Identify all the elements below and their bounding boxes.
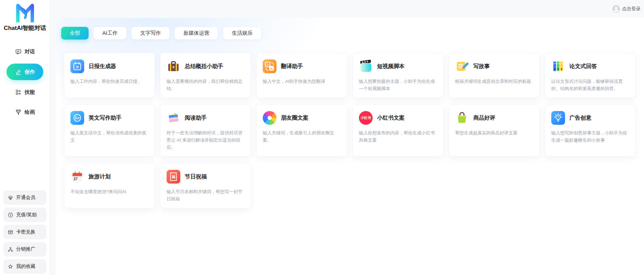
tool-card-商品好评[interactable]: 商品好评 帮您生成超真实的商品好评文案 <box>449 104 540 157</box>
note-pencil-icon <box>455 59 469 73</box>
card-description: 不知道去哪里旅游?来问问AI <box>70 188 148 195</box>
sidebar-item-label: 创作 <box>25 69 35 75</box>
tool-card-英文写作助手[interactable]: En 英文写作助手 输入英文或中文，帮你润色成优美的英文 <box>64 104 155 157</box>
tool-card-旅游计划[interactable]: 27 旅游计划 不知道去哪里旅游?来问问AI <box>64 163 155 208</box>
tool-card-节日祝福[interactable]: 福 节日祝福 输入节日名称和关键词，帮您写一封节日祝福 <box>160 163 251 208</box>
xiaohongshu-icon: 小红书 <box>359 111 373 125</box>
tab-label: 生活娱乐 <box>232 30 252 36</box>
sidebar-footer-favorites[interactable]: 我的收藏 <box>3 259 46 274</box>
sidebar-nav: 对话 创作 技能 绘画 <box>0 44 50 120</box>
translate-icon: 中 A <box>263 59 276 73</box>
sidebar-footer-vip[interactable]: 开通会员 <box>3 190 46 205</box>
svg-text:福: 福 <box>171 175 176 179</box>
tool-card-grid: 周 日报生成器 输入工作内容，帮你快速完成日报。 总结概括小助手 输入需要概括的… <box>64 53 636 208</box>
main-area: 点击登录 全部AI工作文字写作新媒体运营生活娱乐 周 日报生成器 输入工作内容，… <box>50 0 644 275</box>
tool-card-阅读助手[interactable]: 阅读助手 对于一些无法理解的对话，提供对话背景让 AI 来进行解读并制定出适当的… <box>160 104 251 157</box>
card-description: 输入工作内容，帮你快速完成日报。 <box>70 78 148 85</box>
card-description: 以论文形式讨论问题，能够获得连贯的、结构化的和更高质量的回答。 <box>551 78 629 92</box>
card-description: 对于一些无法理解的对话，提供对话背景让 AI 来进行解读并制定出适当的回应。 <box>167 129 244 151</box>
tab-生活娱乐[interactable]: 生活娱乐 <box>223 27 261 40</box>
english-en-icon: En <box>70 111 84 125</box>
travel-calendar-icon: 27 <box>70 170 84 184</box>
sidebar-item-label: 绘画 <box>25 109 35 116</box>
chat-bubble-icon <box>15 48 22 55</box>
tool-card-翻译助手[interactable]: 中 A 翻译助手 输入中文，AI助手快速为您翻译 <box>256 53 347 98</box>
network-icon <box>8 246 13 252</box>
tool-card-日报生成器[interactable]: 周 日报生成器 输入工作内容，帮你快速完成日报。 <box>64 53 155 98</box>
app-root: ChatAI智能对话 对话 创作 技能 绘画 开通会员 ¥ 充值/奖励 卡密兑换 <box>0 0 644 275</box>
svg-text:中: 中 <box>266 63 269 67</box>
tab-新媒体运营[interactable]: 新媒体运营 <box>174 27 218 40</box>
briefcase-icon <box>167 59 180 73</box>
tab-文字写作[interactable]: 文字写作 <box>131 27 170 40</box>
sidebar-footer-label: 卡密兑换 <box>16 229 35 235</box>
sidebar-footer-label: 开通会员 <box>16 195 35 201</box>
card-title: 商品好评 <box>473 114 495 122</box>
card-title: 旅游计划 <box>89 173 111 180</box>
sidebar: ChatAI智能对话 对话 创作 技能 绘画 开通会员 ¥ 充值/奖励 卡密兑换 <box>0 0 50 275</box>
sidebar-footer-label: 分销推广 <box>16 246 35 252</box>
sidebar-item-create[interactable]: 创作 <box>7 64 43 80</box>
card-title: 广告创意 <box>569 114 591 122</box>
grid-icon <box>15 89 22 96</box>
tool-card-小红书文案[interactable]: 小红书 小红书文案 输入你想发布的内容，帮你生成小红书风格文案 <box>352 104 443 157</box>
card-title: 写故事 <box>473 63 490 70</box>
category-tabs: 全部AI工作文字写作新媒体运营生活娱乐 <box>61 27 636 40</box>
content-panel: 全部AI工作文字写作新媒体运营生活娱乐 周 日报生成器 输入工作内容，帮你快速完… <box>56 18 644 275</box>
card-title: 阅读助手 <box>185 114 207 122</box>
sidebar-footer-affiliate[interactable]: 分销推广 <box>3 242 46 256</box>
card-icon <box>8 229 13 235</box>
login-button[interactable]: 点击登录 <box>612 5 641 13</box>
daily-report-calendar-icon: 周 <box>70 59 84 73</box>
card-description: 输入节日名称和关键词，帮您写一封节日祝福 <box>167 188 244 202</box>
sidebar-footer: 开通会员 ¥ 充值/奖励 卡密兑换 分销推广 我的收藏 <box>0 190 50 275</box>
sidebar-item-chat[interactable]: 对话 <box>7 44 43 59</box>
card-description: 输入想写的创意故事主题，小助手为你生成一篇妙趣横生的小故事 <box>551 129 629 144</box>
shopping-bag-icon <box>455 111 469 125</box>
brush-icon <box>15 109 22 116</box>
tool-card-总结概括小助手[interactable]: 总结概括小助手 输入需要概括的内容，我们帮你精简总结。 <box>160 53 251 98</box>
tool-card-论文式回答[interactable]: 论文式回答 以论文形式讨论问题，能够获得连贯的、结构化的和更高质量的回答。 <box>545 53 636 98</box>
card-description: 输入中文，AI助手快速为您翻译 <box>263 78 340 85</box>
sidebar-item-draw[interactable]: 绘画 <box>7 104 43 120</box>
tab-label: 全部 <box>70 30 80 36</box>
tool-card-写故事[interactable]: 写故事 根据关键词生成原创文章和对应的标题 <box>449 53 540 98</box>
card-title: 短视频脚本 <box>377 63 405 70</box>
binders-icon <box>551 59 565 73</box>
card-title: 小红书文案 <box>377 114 405 122</box>
tool-card-广告创意[interactable]: 广告创意 输入想写的创意故事主题，小助手为你生成一篇妙趣横生的小故事 <box>545 104 636 157</box>
color-wheel-icon <box>263 111 276 125</box>
sidebar-item-skills[interactable]: 技能 <box>7 84 43 100</box>
pencil-icon <box>15 69 22 75</box>
login-label: 点击登录 <box>622 6 641 12</box>
card-description: 输入英文或中文，帮你润色成优美的英文 <box>70 129 148 144</box>
coin-icon: ¥ <box>8 212 13 218</box>
tab-label: AI工作 <box>102 30 117 36</box>
sidebar-footer-label: 我的收藏 <box>16 263 35 270</box>
card-title: 节日祝福 <box>185 173 207 180</box>
user-avatar-icon <box>612 5 620 13</box>
card-description: 输入想要拍摄的主题，小助手为你生成一个短视频脚本 <box>359 78 436 92</box>
sidebar-footer-label: 充值/奖励 <box>16 212 37 218</box>
card-title: 翻译助手 <box>281 63 303 70</box>
brand-title: ChatAI智能对话 <box>4 24 46 32</box>
video-clip-icon <box>359 59 373 73</box>
tab-AI工作[interactable]: AI工作 <box>93 27 126 40</box>
sidebar-footer-recharge[interactable]: ¥ 充值/奖励 <box>3 208 46 222</box>
card-title: 朋友圈文案 <box>281 114 308 122</box>
tab-label: 新媒体运营 <box>183 30 209 36</box>
card-description: 输入你想发布的内容，帮你生成小红书风格文案 <box>359 129 436 144</box>
card-description: 帮您生成超真实的商品好评文案 <box>455 129 532 136</box>
svg-text:En: En <box>75 116 80 120</box>
sidebar-item-label: 对话 <box>25 48 35 55</box>
tab-全部[interactable]: 全部 <box>61 27 89 40</box>
card-description: 输入需要概括的内容，我们帮你精简总结。 <box>167 78 244 92</box>
svg-text:A: A <box>270 67 273 70</box>
star-icon <box>8 264 13 270</box>
tool-card-朋友圈文案[interactable]: 朋友圈文案 输入关键词，生成吸引人的朋友圈文案。 <box>256 104 347 157</box>
tool-card-短视频脚本[interactable]: 短视频脚本 输入想要拍摄的主题，小助手为你生成一个短视频脚本 <box>352 53 443 98</box>
card-description: 根据关键词生成原创文章和对应的标题 <box>455 78 532 85</box>
sidebar-footer-redeem[interactable]: 卡密兑换 <box>3 225 46 239</box>
card-title: 英文写作助手 <box>89 114 122 122</box>
card-description: 输入关键词，生成吸引人的朋友圈文案。 <box>263 129 340 144</box>
